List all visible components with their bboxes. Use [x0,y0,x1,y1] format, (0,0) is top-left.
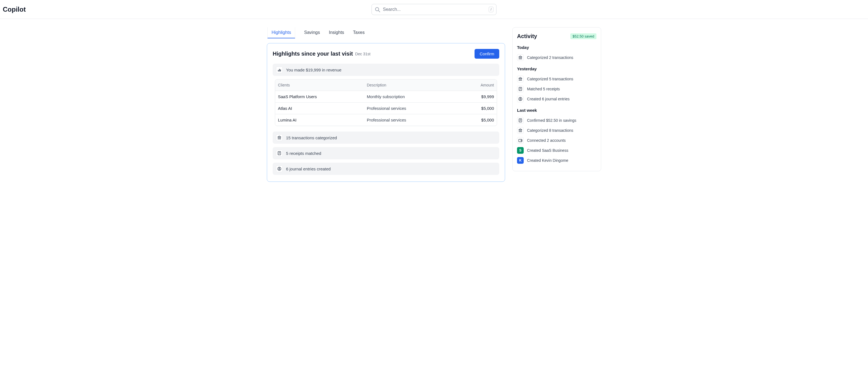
revenue-summary-row: You made $19,999 in revenue [273,64,499,76]
activity-item[interactable]: Categorized 2 transactions [517,53,596,62]
activity-card: Activity $52.50 saved Today Categorized … [512,27,601,171]
activity-text: Confirmed $52.50 in savings [527,118,576,122]
activity-title: Activity [517,33,537,39]
activity-section-lastweek: Last week [517,108,596,113]
search-container: / [372,4,496,15]
search-icon [375,7,380,12]
cell-client: Lumina AI [278,118,367,122]
transactions-summary-row: 15 transactions categorized [273,132,499,144]
avatar: S [517,147,524,154]
search-input[interactable] [383,7,489,12]
tab-savings[interactable]: Savings [304,27,320,38]
activity-header: Activity $52.50 saved [517,33,596,39]
page-body: Highlights Savings Insights Taxes Highli… [0,19,868,182]
activity-text: Created SaaS Business [527,148,568,152]
col-amount: Amount [461,83,494,87]
table-header: Clients Description Amount [275,80,497,91]
bank-icon [517,76,524,82]
side-column: Activity $52.50 saved Today Categorized … [512,27,601,182]
activity-item[interactable]: Confirmed $52.50 in savings [517,115,596,125]
highlights-header: Highlights since your last visit Dec 31s… [273,49,499,59]
table-row[interactable]: Atlas AI Professional services $5,000 [275,103,497,114]
highlights-title: Highlights since your last visit [273,51,353,57]
revenue-text: You made $19,999 in revenue [286,67,342,72]
wallet-icon [517,137,524,144]
main-column: Highlights Savings Insights Taxes Highli… [267,27,505,182]
cell-client: SaaS Platform Users [278,94,367,99]
activity-item[interactable]: Created 6 journal entries [517,94,596,104]
activity-text: Created 6 journal entries [527,97,569,101]
activity-item[interactable]: K Created Kevin Dingome [517,156,596,165]
activity-item[interactable]: Categorized 8 transactions [517,125,596,135]
activity-text: Connected 2 accounts [527,138,566,143]
highlights-date: Dec 31st [355,52,370,56]
cell-description: Professional services [367,106,461,111]
activity-section-yesterday: Yesterday [517,66,596,71]
transactions-text: 15 transactions categorized [286,135,337,140]
activity-item[interactable]: Categorized 5 transactions [517,74,596,84]
activity-section-today: Today [517,45,596,50]
highlights-card: Highlights since your last visit Dec 31s… [267,43,505,182]
search-box[interactable]: / [372,4,496,15]
confirm-button[interactable]: Confirm [474,49,499,59]
receipt-icon [276,150,283,157]
journal-text: 6 journal entries created [286,167,331,171]
cell-description: Monthly subscription [367,94,461,99]
avatar: K [517,157,524,164]
receipt-icon [517,86,524,92]
tab-bar: Highlights Savings Insights Taxes [267,27,505,39]
bank-icon [517,127,524,134]
chart-icon [276,66,283,73]
clients-table: Clients Description Amount SaaS Platform… [275,79,497,126]
cell-amount: $9,999 [461,94,494,99]
search-shortcut-key: / [489,7,493,12]
receipts-text: 5 receipts matched [286,151,321,156]
cell-client: Atlas AI [278,106,367,111]
activity-text: Matched 5 receipts [527,87,560,91]
tab-taxes[interactable]: Taxes [353,27,365,38]
table-row[interactable]: Lumina AI Professional services $5,000 [275,114,497,125]
activity-item[interactable]: Matched 5 receipts [517,84,596,94]
receipts-summary-row: 5 receipts matched [273,147,499,159]
activity-text: Categorized 5 transactions [527,77,574,81]
user-circle-icon [276,165,283,172]
bank-icon [276,134,283,141]
table-row[interactable]: SaaS Platform Users Monthly subscription… [275,91,497,103]
activity-text: Created Kevin Dingome [527,158,568,163]
col-description: Description [367,83,461,87]
activity-item[interactable]: S Created SaaS Business [517,145,596,156]
tab-insights[interactable]: Insights [329,27,344,38]
journal-summary-row: 6 journal entries created [273,163,499,175]
cell-amount: $5,000 [461,106,494,111]
cell-amount: $5,000 [461,118,494,122]
user-circle-icon [517,95,524,102]
saved-badge: $52.50 saved [570,33,596,39]
activity-text: Categorized 8 transactions [527,128,574,133]
activity-text: Categorized 2 transactions [527,55,574,60]
cell-description: Professional services [367,118,461,122]
receipt-icon [517,117,524,124]
app-header: Copilot / [0,0,868,19]
brand-title: Copilot [3,5,26,13]
tab-highlights[interactable]: Highlights [268,27,295,38]
col-clients: Clients [278,83,367,87]
bank-icon [517,54,524,61]
activity-item[interactable]: Connected 2 accounts [517,135,596,145]
